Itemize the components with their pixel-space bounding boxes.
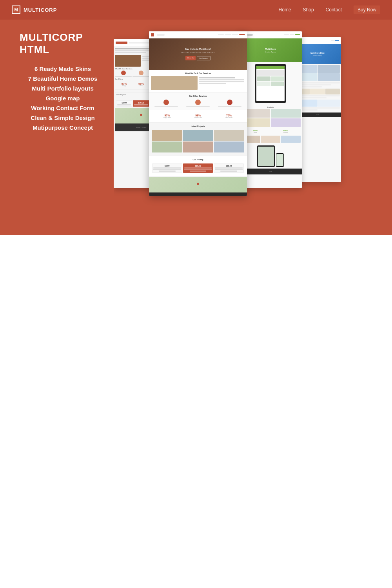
screenshot-main: Say Hello to MultiCorp! WELCOME TO MULTI… bbox=[149, 31, 247, 196]
feature-3: Multi Portfolio layouts bbox=[20, 85, 106, 92]
hero-section: M MULTICORP Home Shop Contact Buy Now MU… bbox=[0, 0, 392, 235]
feature-5: Working Contact Form bbox=[20, 105, 106, 111]
hero-title: MULTICORP HTML bbox=[20, 31, 106, 56]
feature-2: 7 Beautiful Home Demos bbox=[20, 75, 106, 82]
hero-text-panel: MULTICORP HTML 6 Ready Made Skins 7 Beau… bbox=[0, 20, 114, 235]
hero-features-list: 6 Ready Made Skins 7 Beautiful Home Demo… bbox=[20, 65, 106, 131]
ss-main-hero: Say Hello to MultiCorp! WELCOME TO MULTI… bbox=[149, 38, 247, 70]
screenshot-right: MultiCorp Creative Agency bbox=[239, 31, 302, 188]
ss-hero-sub: WELCOME TO MULTICORP HTML TEMPLATE bbox=[181, 51, 214, 53]
nav-buy-now[interactable]: Buy Now bbox=[354, 5, 380, 14]
nav-shop[interactable]: Shop bbox=[303, 7, 314, 13]
nav-home[interactable]: Home bbox=[279, 7, 291, 13]
navbar-logo: M MULTICORP bbox=[12, 5, 57, 14]
feature-1: 6 Ready Made Skins bbox=[20, 65, 106, 72]
ss-hero-text: Say Hello to MultiCorp! bbox=[185, 48, 211, 50]
navbar: M MULTICORP Home Shop Contact Buy Now bbox=[0, 0, 392, 20]
hero-screenshots: What We Do & Services bbox=[114, 20, 392, 235]
brand-name: MULTICORP bbox=[24, 7, 57, 13]
bottom-section bbox=[0, 235, 392, 588]
hero-content: MULTICORP HTML 6 Ready Made Skins 7 Beau… bbox=[0, 20, 392, 235]
feature-4: Google map bbox=[20, 95, 106, 102]
screenshots-container: What We Do & Services bbox=[114, 27, 392, 227]
nav-contact[interactable]: Contact bbox=[326, 7, 342, 13]
ss-main-navbar bbox=[149, 31, 247, 38]
logo-letter: M bbox=[14, 7, 18, 12]
nav-links: Home Shop Contact Buy Now bbox=[279, 5, 380, 14]
logo-square: M bbox=[12, 5, 20, 14]
feature-7: Mutipurpose Concept bbox=[20, 124, 106, 131]
feature-6: Clean & Simple Design bbox=[20, 114, 106, 121]
